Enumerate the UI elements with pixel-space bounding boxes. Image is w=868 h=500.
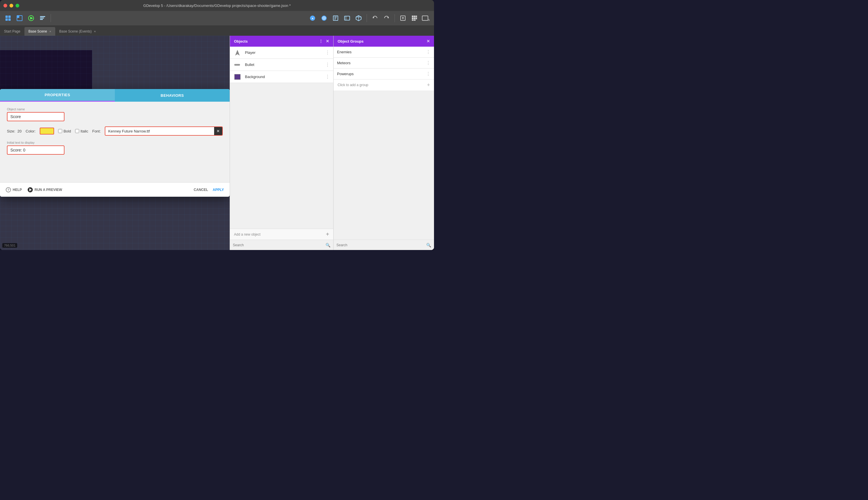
edit-icon[interactable] — [330, 13, 341, 23]
title-bar: GDevelop 5 - /Users/dkarakay/Documents/G… — [0, 0, 434, 11]
enemies-menu-icon[interactable]: ⋮ — [426, 49, 431, 55]
help-button[interactable]: ? HELP — [6, 187, 22, 192]
minimize-button[interactable] — [10, 4, 13, 8]
group-item-enemies[interactable]: Enemies ⋮ — [333, 47, 434, 58]
svg-rect-0 — [5, 15, 8, 18]
object-item-bullet[interactable]: Bullet ⋮ — [230, 59, 333, 71]
svg-rect-34 — [414, 18, 415, 19]
tab-base-scene-close[interactable]: × — [49, 30, 51, 33]
network-icon[interactable] — [319, 13, 329, 23]
bullet-menu-icon[interactable]: ⋮ — [325, 62, 330, 67]
italic-checkbox[interactable] — [75, 129, 79, 133]
object-item-background[interactable]: Background ⋮ — [230, 71, 333, 83]
group-name-enemies: Enemies — [337, 50, 422, 54]
play-triangle — [30, 189, 32, 191]
groups-panel-title: Object Groups — [338, 39, 363, 44]
add-object-button[interactable]: + — [326, 231, 329, 238]
italic-checkbox-group: Italic — [75, 129, 89, 133]
scene-icon[interactable] — [3, 13, 13, 23]
player-menu-icon[interactable]: ⋮ — [325, 50, 330, 55]
font-clear-button[interactable]: ✕ — [214, 127, 222, 135]
export-icon[interactable] — [398, 13, 408, 23]
tabs-bar: Start Page Base Scene × Base Scene (Even… — [0, 25, 434, 36]
size-label: Size: 20 — [7, 129, 22, 133]
add-group-icon: + — [427, 82, 430, 88]
footer-left: ? HELP RUN A PREVIEW — [6, 187, 62, 192]
italic-label: Italic — [81, 129, 89, 133]
svg-text:●: ● — [312, 17, 314, 20]
dialog-tab-properties[interactable]: PROPERTIES — [0, 89, 115, 102]
groups-search-input[interactable] — [337, 243, 424, 247]
group-item-powerups[interactable]: Powerups ⋮ — [333, 69, 434, 79]
tab-base-scene-events[interactable]: Base Scene (Events) × — [55, 27, 100, 36]
cube-icon[interactable] — [353, 13, 364, 23]
groups-search-icon: 🔍 — [426, 243, 431, 247]
preview-icon[interactable]: 1:1 — [421, 13, 431, 23]
window-title: GDevelop 5 - /Users/dkarakay/Documents/G… — [143, 3, 291, 8]
close-button[interactable] — [3, 4, 7, 8]
bold-checkbox[interactable] — [58, 129, 62, 133]
dialog-body: Object name Size: 20 Color: — [0, 102, 230, 182]
svg-rect-10 — [40, 19, 43, 20]
redo-icon[interactable] — [381, 13, 392, 23]
svg-rect-1 — [8, 15, 11, 18]
tab-base-scene-events-close[interactable]: × — [94, 30, 96, 33]
main-content: 766;501 PROPERTIES BEHAVIORS — [0, 36, 434, 250]
initial-text-input[interactable] — [7, 146, 64, 155]
objects-panel-header: Objects ⋮ ✕ — [230, 36, 333, 47]
panels-row: Objects ⋮ ✕ Player ⋮ — [230, 36, 434, 250]
tab-start-page-label: Start Page — [4, 30, 21, 33]
group-item-meteors[interactable]: Meteors ⋮ — [333, 58, 434, 69]
object-name-input[interactable] — [7, 112, 64, 121]
canvas-area[interactable]: 766;501 PROPERTIES BEHAVIORS — [0, 36, 230, 250]
svg-rect-32 — [416, 15, 417, 17]
dialog-tab-behaviors[interactable]: BEHAVIORS — [115, 89, 230, 102]
svg-text:1:1: 1:1 — [428, 19, 430, 21]
inline-fields-row: Size: 20 Color: Bold Itali — [7, 126, 223, 136]
group-name-meteors: Meteors — [337, 61, 422, 65]
run-preview-button[interactable]: RUN A PREVIEW — [28, 187, 62, 192]
app-window: GDevelop 5 - /Users/dkarakay/Documents/G… — [0, 0, 434, 250]
external-layout-icon[interactable] — [14, 13, 25, 23]
object-item-player[interactable]: Player ⋮ — [230, 47, 333, 59]
properties-dialog: PROPERTIES BEHAVIORS Object name — [0, 89, 230, 197]
cancel-button[interactable]: CANCEL — [194, 188, 208, 192]
font-input[interactable] — [105, 127, 214, 135]
color-swatch[interactable] — [40, 128, 54, 135]
svg-rect-8 — [40, 16, 45, 17]
grid-icon[interactable] — [409, 13, 420, 23]
groups-close-icon[interactable]: ✕ — [426, 39, 430, 44]
tab-base-scene-events-label: Base Scene (Events) — [59, 30, 92, 33]
maximize-button[interactable] — [15, 4, 19, 8]
tab-base-scene[interactable]: Base Scene × — [24, 27, 55, 36]
toolbar: ● 1:1 — [0, 11, 434, 25]
undo-icon[interactable] — [370, 13, 380, 23]
play-icon[interactable] — [26, 13, 36, 23]
background-menu-icon[interactable]: ⋮ — [325, 74, 330, 79]
svg-rect-2 — [5, 19, 8, 21]
svg-rect-38 — [422, 16, 428, 21]
apply-button[interactable]: APPLY — [213, 188, 224, 192]
add-object-row: Add a new object + — [230, 229, 333, 240]
dialog-tabs: PROPERTIES BEHAVIORS — [0, 89, 230, 102]
tab-base-scene-label: Base Scene — [28, 30, 47, 33]
objects-search-bar: 🔍 — [230, 240, 333, 250]
svg-rect-35 — [416, 18, 417, 19]
list-icon[interactable] — [342, 13, 352, 23]
svg-rect-45 — [234, 64, 240, 66]
powerups-menu-icon[interactable]: ⋮ — [426, 71, 431, 77]
svg-rect-33 — [412, 18, 413, 19]
objects-search-input[interactable] — [233, 243, 323, 247]
objects-close-icon[interactable]: ✕ — [326, 39, 329, 44]
objects-filter-icon[interactable]: ⋮ — [319, 39, 323, 44]
size-value: 20 — [17, 129, 22, 133]
events-icon[interactable] — [37, 13, 48, 23]
tab-start-page[interactable]: Start Page — [0, 27, 24, 36]
click-to-add-group[interactable]: Click to add a group + — [333, 79, 434, 90]
meteors-menu-icon[interactable]: ⋮ — [426, 60, 431, 66]
groups-panel-header: Object Groups ✕ — [333, 36, 434, 47]
color-label: Color: — [26, 129, 36, 133]
platform-icon[interactable]: ● — [307, 13, 318, 23]
initial-text-field-group: Initial text to display — [7, 141, 223, 155]
svg-rect-20 — [344, 16, 350, 20]
